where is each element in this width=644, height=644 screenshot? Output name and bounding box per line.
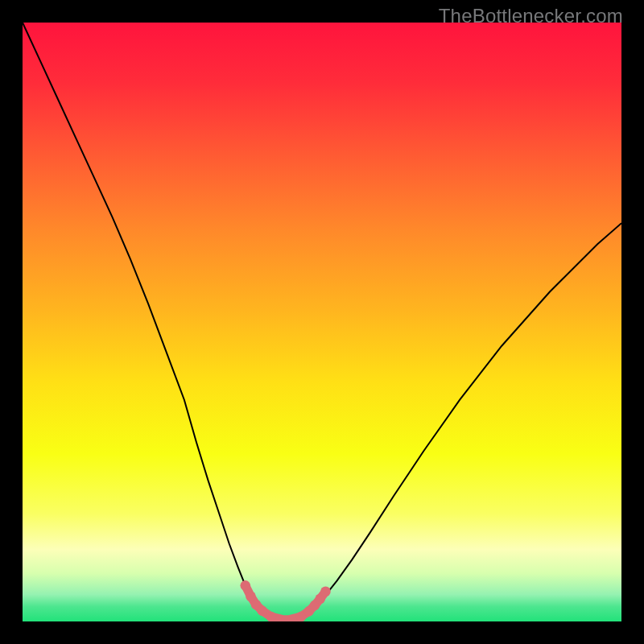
optimal-point xyxy=(257,605,267,616)
gradient-background xyxy=(23,23,621,621)
optimal-point xyxy=(266,612,276,621)
optimal-point xyxy=(246,591,256,601)
bottleneck-chart xyxy=(23,23,621,621)
chart-area xyxy=(23,23,621,621)
watermark-text: TheBottlenecker.com xyxy=(439,5,623,27)
optimal-point xyxy=(320,587,331,597)
optimal-point xyxy=(240,580,250,591)
